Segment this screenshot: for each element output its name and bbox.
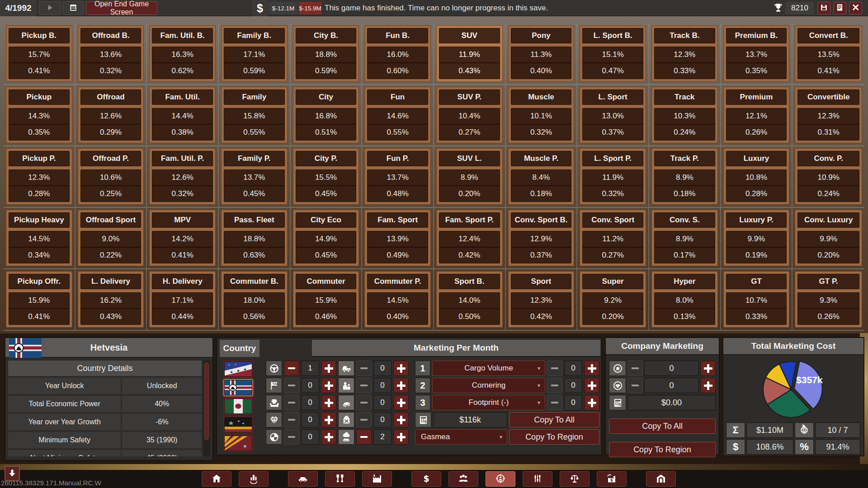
copy-to-region-button[interactable]: Copy To Region bbox=[509, 429, 599, 445]
segment-card[interactable]: Fam. Sport13.9%0.49% bbox=[364, 210, 431, 266]
toolbar-factory-button[interactable] bbox=[362, 471, 392, 487]
minus-button[interactable] bbox=[547, 395, 562, 410]
company-copy-to-all-button[interactable]: Copy To All bbox=[609, 418, 716, 434]
country-flag-gasmea[interactable]: ★★★★★ bbox=[223, 361, 253, 378]
segment-card[interactable]: Convertible12.3%0.31% bbox=[795, 87, 862, 143]
segment-card[interactable]: Fun B.16.0%0.60% bbox=[364, 25, 431, 82]
minus-button[interactable] bbox=[284, 361, 299, 376]
minus-button[interactable] bbox=[284, 395, 299, 410]
segment-card[interactable]: Luxury P.9.9%0.19% bbox=[723, 210, 790, 266]
segment-card[interactable]: Fun14.6%0.55% bbox=[364, 87, 431, 143]
segment-card[interactable]: Track P.8.9%0.18% bbox=[651, 148, 718, 205]
segment-card[interactable]: Luxury10.8%0.28% bbox=[723, 148, 790, 205]
segment-card[interactable]: Sport12.3%0.42% bbox=[508, 271, 575, 328]
segment-card[interactable]: Convert B.13.5%0.41% bbox=[795, 25, 862, 82]
calendar-button[interactable] bbox=[63, 1, 84, 15]
segment-card[interactable]: SUV L.8.9%0.20% bbox=[436, 148, 503, 205]
toolbar-target-button[interactable] bbox=[486, 471, 515, 487]
marketing-type-dropdown[interactable]: Cargo Volume▾ bbox=[432, 361, 545, 376]
segment-card[interactable]: Fun P.13.7%0.48% bbox=[364, 148, 431, 205]
minus-button[interactable] bbox=[356, 361, 372, 376]
toolbar-garage-button[interactable] bbox=[646, 471, 676, 487]
plus-button[interactable] bbox=[700, 378, 716, 393]
minus-button[interactable] bbox=[356, 378, 372, 393]
toolbar-scales-button[interactable] bbox=[560, 471, 590, 487]
segment-card[interactable]: Pickup P.12.3%0.28% bbox=[6, 148, 72, 205]
country-details-scrollbar[interactable] bbox=[203, 361, 210, 456]
segment-card[interactable]: Conv. Sport B.12.9%0.37% bbox=[508, 210, 575, 266]
marketing-type-dropdown[interactable]: Footprint (-)▾ bbox=[432, 395, 545, 410]
plus-button[interactable] bbox=[321, 361, 336, 376]
plus-button[interactable] bbox=[584, 361, 599, 376]
open-end-game-button[interactable]: Open End Game Screen bbox=[86, 1, 157, 15]
toolbar-sliders-button[interactable] bbox=[523, 471, 552, 487]
segment-card[interactable]: Family B.17.1%0.59% bbox=[221, 25, 288, 82]
segment-card[interactable]: Conv. Luxury9.9%0.20% bbox=[795, 210, 862, 266]
segment-card[interactable]: GT10.7%0.33% bbox=[723, 271, 790, 328]
country-flag-archana[interactable]: ★★★ bbox=[223, 416, 253, 433]
segment-card[interactable]: City P.15.5%0.45% bbox=[293, 148, 359, 205]
plus-button[interactable] bbox=[321, 412, 336, 427]
scrollbar-thumb[interactable] bbox=[204, 362, 209, 440]
minus-button[interactable] bbox=[627, 378, 643, 393]
segment-card[interactable]: City16.8%0.51% bbox=[293, 87, 359, 143]
minus-button[interactable] bbox=[284, 429, 299, 445]
minus-button[interactable] bbox=[356, 412, 372, 427]
segment-card[interactable]: Pickup Heavy14.5%0.34% bbox=[6, 210, 72, 266]
segment-card[interactable]: L. Sport13.0%0.37% bbox=[580, 87, 646, 143]
minus-button[interactable] bbox=[356, 395, 372, 410]
segment-card[interactable]: Fam. Sport P.12.4%0.42% bbox=[436, 210, 503, 266]
country-flag-hetvesia[interactable] bbox=[223, 379, 253, 396]
segment-card[interactable]: Fam. Util. B.16.3%0.62% bbox=[149, 25, 216, 82]
segment-card[interactable]: Muscle10.1%0.32% bbox=[508, 87, 575, 143]
toolbar-engine-button[interactable] bbox=[325, 471, 355, 487]
plus-button[interactable] bbox=[393, 361, 409, 376]
segment-card[interactable]: Fam. Util.14.4%0.38% bbox=[149, 87, 216, 143]
segment-card[interactable]: L. Delivery16.2%0.43% bbox=[78, 271, 144, 328]
segment-card[interactable]: Pickup14.3%0.35% bbox=[6, 87, 72, 143]
segment-card[interactable]: Super9.2%0.20% bbox=[580, 271, 646, 328]
close-button[interactable] bbox=[849, 2, 862, 14]
segment-card[interactable]: Pickup Offr.15.9%0.41% bbox=[6, 271, 72, 328]
minus-button[interactable] bbox=[627, 361, 643, 376]
segment-card[interactable]: Conv. Sport11.2%0.27% bbox=[580, 210, 646, 266]
toolbar-city-button[interactable] bbox=[239, 471, 269, 487]
segment-card[interactable]: Conv. S.8.9%0.17% bbox=[651, 210, 718, 266]
segment-card[interactable]: Fam. Util. P.12.6%0.32% bbox=[149, 148, 216, 205]
toolbar-car-button[interactable] bbox=[288, 471, 318, 487]
toolbar-dollar-button[interactable]: $ bbox=[411, 471, 441, 487]
plus-button[interactable] bbox=[321, 429, 336, 445]
segment-card[interactable]: SUV P.10.4%0.27% bbox=[436, 87, 503, 143]
segment-card[interactable]: Family P.13.7%0.45% bbox=[221, 148, 288, 205]
minus-button[interactable] bbox=[284, 412, 299, 427]
toolbar-home-button[interactable] bbox=[202, 471, 231, 487]
plus-button[interactable] bbox=[393, 378, 409, 393]
segment-card[interactable]: Commuter B.18.0%0.56% bbox=[221, 271, 288, 328]
segment-card[interactable]: Pony11.3%0.40% bbox=[508, 25, 575, 82]
plus-button[interactable] bbox=[393, 412, 409, 427]
segment-card[interactable]: Offroad B.13.6%0.32% bbox=[78, 25, 144, 82]
segment-card[interactable]: Offroad P.10.6%0.25% bbox=[78, 148, 144, 205]
segment-card[interactable]: City B.18.8%0.59% bbox=[293, 25, 359, 82]
segment-card[interactable]: Track B.12.3%0.33% bbox=[651, 25, 718, 82]
plus-button[interactable] bbox=[393, 395, 409, 410]
plus-button[interactable] bbox=[584, 378, 599, 393]
segment-card[interactable]: SUV11.9%0.43% bbox=[436, 25, 503, 82]
toolbar-stock-button[interactable]: $ bbox=[597, 471, 627, 487]
segment-card[interactable]: Family15.8%0.55% bbox=[221, 87, 288, 143]
segment-card[interactable]: Premium B.13.7%0.35% bbox=[723, 25, 790, 82]
country-flag-fruinia[interactable] bbox=[223, 398, 253, 415]
segment-card[interactable]: Pickup B.15.7%0.41% bbox=[6, 25, 72, 82]
segment-card[interactable]: Sport B.14.0%0.50% bbox=[436, 271, 503, 328]
plus-button[interactable] bbox=[700, 361, 716, 376]
segment-card[interactable]: L. Sport P.11.9%0.32% bbox=[580, 148, 646, 205]
plus-button[interactable] bbox=[321, 378, 336, 393]
segment-card[interactable]: Muscle P.8.4%0.18% bbox=[508, 148, 575, 205]
save-button[interactable] bbox=[817, 2, 830, 14]
marketing-type-dropdown[interactable]: Cornering▾ bbox=[432, 378, 545, 393]
toolbar-people-button[interactable] bbox=[448, 471, 478, 487]
segment-card[interactable]: Pass. Fleet18.8%0.63% bbox=[221, 210, 288, 266]
segment-card[interactable]: City Eco14.9%0.45% bbox=[293, 210, 359, 266]
minus-button[interactable] bbox=[547, 361, 562, 376]
segment-card[interactable]: Offroad Sport9.0%0.22% bbox=[78, 210, 144, 266]
